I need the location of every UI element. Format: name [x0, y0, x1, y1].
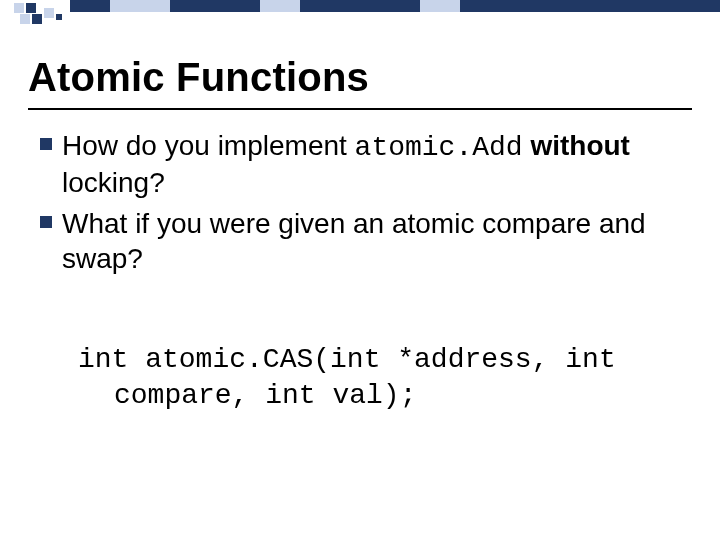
deco-square [26, 3, 36, 13]
bullet-item: What if you were given an atomic compare… [40, 206, 690, 276]
deco-bar [460, 0, 720, 12]
slide-title: Atomic Functions [28, 55, 369, 100]
deco-bar [110, 0, 170, 12]
code-line: int atomic.CAS(int *address, int [78, 342, 678, 378]
bullet-icon [40, 216, 52, 228]
deco-square [56, 14, 62, 20]
deco-bar [420, 0, 460, 12]
deco-bar [260, 0, 300, 12]
bullet-icon [40, 138, 52, 150]
deco-bar [70, 0, 110, 12]
deco-square [44, 8, 54, 18]
bullet-item: How do you implement atomic.Add without … [40, 128, 690, 200]
deco-square [14, 3, 24, 13]
bullet-text: What if you were given an atomic compare… [62, 206, 690, 276]
text-run: locking? [62, 167, 165, 198]
slide: Atomic Functions How do you implement at… [0, 0, 720, 540]
text-run: How do you implement [62, 130, 355, 161]
code-line: compare, int val); [78, 378, 678, 414]
deco-square [20, 14, 30, 24]
bold-run: without [530, 130, 630, 161]
code-block: int atomic.CAS(int *address, int compare… [78, 342, 678, 415]
bullet-text: How do you implement atomic.Add without … [62, 128, 690, 200]
code-run: atomic.Add [355, 132, 523, 163]
top-decoration [0, 0, 720, 40]
deco-bar [170, 0, 260, 12]
slide-body: How do you implement atomic.Add without … [40, 128, 690, 282]
deco-square [32, 14, 42, 24]
text-run: What if you were given an atomic compare… [62, 208, 646, 274]
deco-bar [300, 0, 420, 12]
title-underline [28, 108, 692, 110]
